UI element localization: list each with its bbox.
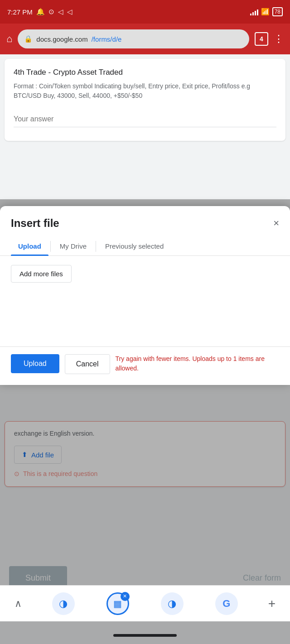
- address-bar[interactable]: 🔒 docs.google.com /forms/d/e: [18, 29, 249, 48]
- form-card-title: 4th Trade - Crypto Asset Traded: [14, 68, 276, 77]
- modal-close-button[interactable]: ×: [273, 218, 279, 228]
- lock-icon: 🔒: [24, 35, 33, 43]
- whatsapp-icon: ⊙: [48, 8, 54, 16]
- tab-my-drive[interactable]: My Drive: [53, 237, 94, 255]
- nav-icon-circle-3: ◑: [161, 592, 184, 615]
- signal-icon: [250, 8, 258, 15]
- nav-icon-google[interactable]: G: [214, 591, 239, 616]
- cancel-button[interactable]: Cancel: [65, 354, 110, 374]
- wifi-icon: 📶: [261, 8, 270, 16]
- upload-button[interactable]: Upload: [11, 354, 59, 373]
- nav-icon-center[interactable]: ▦ ✕: [105, 591, 130, 616]
- nav-badge-close: ✕: [121, 592, 130, 601]
- form-card-trade: 4th Trade - Crypto Asset Traded Format :…: [5, 59, 285, 141]
- nav-icon-circle-1: ◑: [52, 592, 75, 615]
- nav-icon-circle-google: G: [215, 592, 238, 615]
- modal-body: Add more files: [0, 256, 290, 346]
- tab-badge[interactable]: 4: [255, 32, 268, 46]
- nav-icon-1[interactable]: ◑: [51, 591, 76, 616]
- insert-file-modal: Insert file × Upload My Drive Previously…: [0, 206, 290, 385]
- nav-plus-button[interactable]: +: [268, 596, 276, 611]
- tab-divider-1: [50, 241, 51, 252]
- nav-icon-symbol-center: ▦: [113, 598, 122, 609]
- bottom-indicator: [113, 634, 177, 637]
- tab-divider-2: [96, 241, 96, 252]
- modal-tabs: Upload My Drive Previously selected: [0, 237, 290, 256]
- form-background: 4th Trade - Crypto Asset Traded Format :…: [0, 54, 290, 141]
- url-path: /forms/d/e: [92, 35, 122, 43]
- more-menu-button[interactable]: ⋮: [274, 33, 284, 45]
- error-message: Try again with fewer items. Uploads up t…: [116, 354, 279, 373]
- time-display: 7:27 PM: [7, 8, 33, 16]
- status-right: 📶 78: [250, 7, 283, 16]
- browser-bar: ⌂ 🔒 docs.google.com /forms/d/e 4 ⋮: [0, 24, 290, 54]
- form-card-description: Format : Coin/Token symbol Indicating bu…: [14, 82, 276, 101]
- nav-up-chevron[interactable]: ∧: [14, 598, 22, 610]
- form-answer-input[interactable]: [14, 111, 276, 127]
- nav-icon-symbol-3: ◑: [168, 598, 176, 610]
- status-left: 7:27 PM 🔔 ⊙ ◁ ◁: [7, 8, 72, 16]
- tab-previously-selected[interactable]: Previously selected: [98, 237, 171, 255]
- navigation-bar: ∧ ◑ ▦ ✕ ◑ G +: [0, 585, 290, 621]
- home-button[interactable]: ⌂: [6, 33, 12, 45]
- battery-icon: 78: [272, 7, 283, 16]
- nav-icon-3[interactable]: ◑: [160, 591, 185, 616]
- url-display: docs.google.com: [36, 35, 87, 43]
- modal-header: Insert file ×: [0, 206, 290, 230]
- google-icon: G: [222, 598, 230, 610]
- nav-icon-symbol-1: ◑: [59, 598, 68, 610]
- telegram-icon: ◁: [58, 8, 63, 16]
- modal-title: Insert file: [11, 217, 59, 230]
- navigation-icon: ◁: [67, 8, 72, 16]
- status-bar: 7:27 PM 🔔 ⊙ ◁ ◁ 📶 78: [0, 0, 290, 24]
- add-more-files-button[interactable]: Add more files: [11, 265, 72, 283]
- tab-upload[interactable]: Upload: [11, 237, 48, 255]
- modal-footer: Upload Cancel Try again with fewer items…: [0, 346, 290, 385]
- notification-icon: 🔔: [36, 8, 45, 16]
